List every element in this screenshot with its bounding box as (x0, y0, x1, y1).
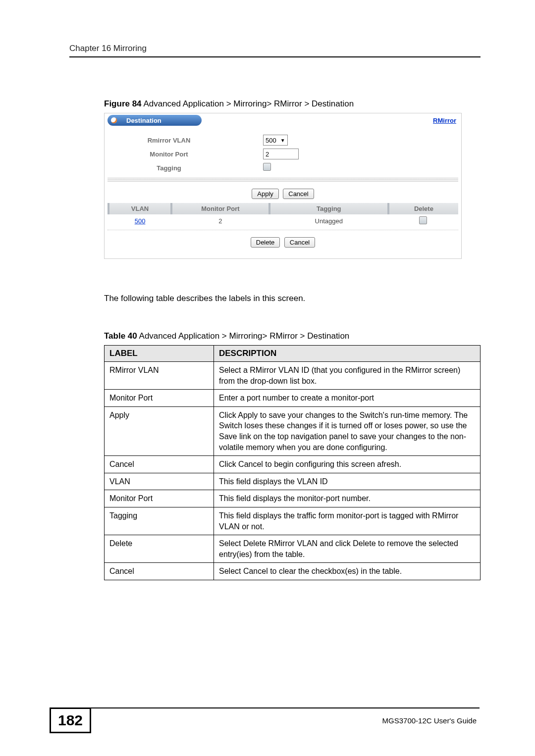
page-number: 182 (50, 707, 91, 733)
table-label-number: Table 40 (104, 331, 137, 341)
monitor-port-input[interactable] (263, 149, 299, 159)
desc-row: CancelClick Cancel to begin configuring … (105, 456, 481, 473)
row-delete-checkbox[interactable] (419, 216, 427, 224)
guide-title: MGS3700-12C User's Guide (382, 716, 477, 725)
row-tagging: Untagged (269, 214, 388, 228)
panel-title-pill: Destination (107, 115, 202, 126)
desc-row: CancelSelect Cancel to clear the checkbo… (105, 563, 481, 580)
intro-text: The following table describes the labels… (104, 294, 481, 303)
panel-titlebar: Destination RMirror (105, 113, 461, 129)
dotted-divider (107, 228, 458, 230)
chapter-header: Chapter 16 Mirroring (69, 44, 481, 57)
entries-table: VLAN Monitor Port Tagging Delete 500 2 U… (107, 203, 458, 228)
row-monitor-port: 2 (171, 214, 269, 228)
row-vlan-link[interactable]: 500 (135, 217, 146, 225)
table-caption: Table 40 Advanced Application > Mirrorin… (104, 331, 481, 341)
apply-button[interactable]: Apply (252, 189, 279, 199)
desc-row: DeleteSelect Delete RMirror VLAN and cli… (105, 535, 481, 563)
cancel-button[interactable]: Cancel (283, 189, 314, 199)
table-row: 500 2 Untagged (108, 214, 458, 228)
orb-icon (107, 115, 120, 126)
desc-row: RMirror VLANSelect a RMirror VLAN ID (th… (105, 362, 481, 390)
desc-header-desc: DESCRIPTION (214, 346, 481, 362)
tagging-label: Tagging (105, 164, 233, 172)
figure-caption: Figure 84 Advanced Application > Mirrori… (104, 99, 481, 109)
rmirror-vlan-select[interactable]: 500 ▼ (263, 135, 288, 146)
chevron-down-icon: ▼ (280, 138, 285, 143)
col-vlan: VLAN (108, 203, 171, 214)
monitor-port-label: Monitor Port (105, 151, 233, 158)
figure-label-number: Figure 84 (104, 99, 142, 108)
description-table: LABEL DESCRIPTION RMirror VLANSelect a R… (104, 345, 481, 580)
desc-row: Monitor PortThis field displays the moni… (105, 490, 481, 507)
delete-button[interactable]: Delete (251, 237, 280, 248)
panel-title: Destination (120, 115, 202, 126)
rmirror-vlan-value: 500 (266, 137, 276, 144)
rmirror-link[interactable]: RMirror (433, 117, 456, 124)
desc-header-label: LABEL (105, 346, 214, 362)
desc-row: Monitor PortEnter a port number to creat… (105, 390, 481, 407)
divider (107, 178, 458, 182)
col-monitor-port: Monitor Port (171, 203, 269, 214)
destination-panel: Destination RMirror Rmirror VLAN 500 ▼ M… (104, 113, 462, 259)
tagging-checkbox[interactable] (263, 163, 271, 171)
desc-row: VLANThis field displays the VLAN ID (105, 473, 481, 490)
table-label-text: Advanced Application > Mirroring> RMirro… (137, 331, 350, 341)
cancel-button-2[interactable]: Cancel (284, 237, 315, 248)
desc-row: TaggingThis field displays the traffic f… (105, 507, 481, 535)
figure-label-text: Advanced Application > Mirroring> RMirro… (142, 99, 354, 108)
col-delete: Delete (388, 203, 458, 214)
rmirror-vlan-label: Rmirror VLAN (105, 137, 233, 144)
col-tagging: Tagging (269, 203, 388, 214)
desc-row: ApplyClick Apply to save your changes to… (105, 406, 481, 455)
